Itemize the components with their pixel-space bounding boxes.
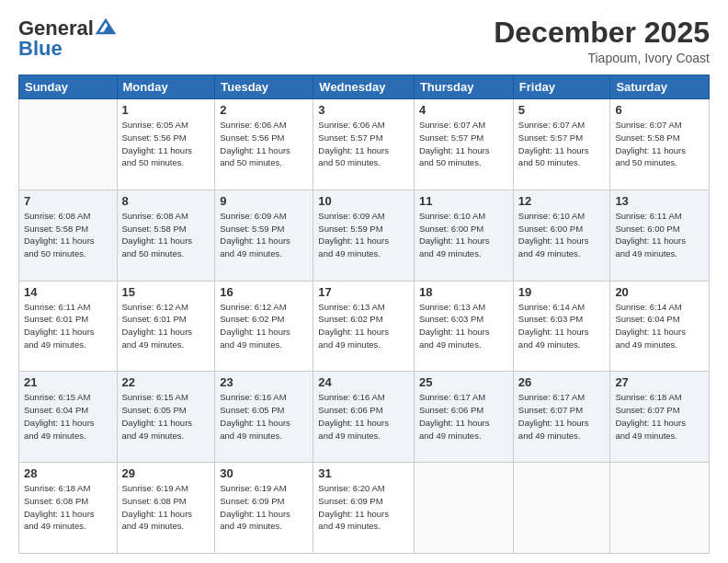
day-info: Sunrise: 6:15 AM Sunset: 6:05 PM Dayligh…	[122, 391, 210, 442]
table-row: 27Sunrise: 6:18 AM Sunset: 6:07 PM Dayli…	[610, 372, 710, 463]
day-number: 29	[122, 466, 210, 480]
day-number: 9	[220, 194, 308, 208]
col-thursday: Thursday	[414, 75, 513, 99]
table-row: 7Sunrise: 6:08 AM Sunset: 5:58 PM Daylig…	[19, 190, 118, 281]
day-number: 2	[220, 103, 308, 117]
table-row: 1Sunrise: 6:05 AM Sunset: 5:56 PM Daylig…	[117, 99, 215, 190]
day-number: 3	[318, 103, 409, 117]
day-info: Sunrise: 6:10 AM Sunset: 6:00 PM Dayligh…	[518, 210, 606, 260]
day-number: 23	[220, 375, 308, 389]
day-number: 21	[24, 375, 112, 389]
day-info: Sunrise: 6:16 AM Sunset: 6:06 PM Dayligh…	[318, 391, 409, 442]
month-title: December 2025	[494, 17, 710, 49]
day-number: 5	[518, 103, 606, 117]
day-info: Sunrise: 6:06 AM Sunset: 5:57 PM Dayligh…	[318, 119, 409, 169]
calendar-week-row: 21Sunrise: 6:15 AM Sunset: 6:04 PM Dayli…	[19, 372, 710, 463]
table-row: 20Sunrise: 6:14 AM Sunset: 6:04 PM Dayli…	[610, 281, 710, 372]
day-number: 4	[419, 103, 508, 117]
day-info: Sunrise: 6:15 AM Sunset: 6:04 PM Dayligh…	[24, 391, 112, 442]
day-number: 18	[419, 285, 508, 299]
day-info: Sunrise: 6:19 AM Sunset: 6:08 PM Dayligh…	[122, 482, 210, 533]
day-number: 7	[24, 194, 112, 208]
logo-blue: Blue	[18, 37, 63, 61]
table-row	[513, 463, 610, 554]
table-row	[610, 463, 710, 554]
day-info: Sunrise: 6:11 AM Sunset: 6:01 PM Dayligh…	[24, 301, 112, 351]
table-row: 8Sunrise: 6:08 AM Sunset: 5:58 PM Daylig…	[117, 190, 215, 281]
day-info: Sunrise: 6:07 AM Sunset: 5:57 PM Dayligh…	[518, 119, 606, 169]
day-info: Sunrise: 6:18 AM Sunset: 6:08 PM Dayligh…	[24, 482, 112, 533]
day-number: 19	[518, 285, 606, 299]
day-number: 17	[318, 285, 409, 299]
table-row: 21Sunrise: 6:15 AM Sunset: 6:04 PM Dayli…	[19, 372, 118, 463]
day-number: 11	[419, 194, 508, 208]
table-row: 13Sunrise: 6:11 AM Sunset: 6:00 PM Dayli…	[610, 190, 710, 281]
day-info: Sunrise: 6:06 AM Sunset: 5:56 PM Dayligh…	[220, 119, 308, 169]
calendar-header-row: Sunday Monday Tuesday Wednesday Thursday…	[19, 75, 710, 99]
day-info: Sunrise: 6:19 AM Sunset: 6:09 PM Dayligh…	[220, 482, 308, 533]
day-number: 8	[122, 194, 210, 208]
table-row: 26Sunrise: 6:17 AM Sunset: 6:07 PM Dayli…	[513, 372, 610, 463]
table-row: 23Sunrise: 6:16 AM Sunset: 6:05 PM Dayli…	[215, 372, 313, 463]
table-row: 3Sunrise: 6:06 AM Sunset: 5:57 PM Daylig…	[313, 99, 415, 190]
calendar-week-row: 14Sunrise: 6:11 AM Sunset: 6:01 PM Dayli…	[19, 281, 710, 372]
table-row: 25Sunrise: 6:17 AM Sunset: 6:06 PM Dayli…	[414, 372, 513, 463]
day-info: Sunrise: 6:14 AM Sunset: 6:04 PM Dayligh…	[615, 301, 704, 351]
day-info: Sunrise: 6:08 AM Sunset: 5:58 PM Dayligh…	[24, 210, 112, 260]
table-row: 22Sunrise: 6:15 AM Sunset: 6:05 PM Dayli…	[117, 372, 215, 463]
col-tuesday: Tuesday	[215, 75, 313, 99]
table-row: 30Sunrise: 6:19 AM Sunset: 6:09 PM Dayli…	[215, 463, 313, 554]
col-sunday: Sunday	[19, 75, 118, 99]
day-number: 6	[615, 103, 704, 117]
day-info: Sunrise: 6:16 AM Sunset: 6:05 PM Dayligh…	[220, 391, 308, 442]
day-number: 14	[24, 285, 112, 299]
table-row: 19Sunrise: 6:14 AM Sunset: 6:03 PM Dayli…	[513, 281, 610, 372]
day-info: Sunrise: 6:07 AM Sunset: 5:58 PM Dayligh…	[615, 119, 704, 169]
header: General Blue December 2025 Tiapoum, Ivor…	[18, 17, 710, 65]
day-number: 15	[122, 285, 210, 299]
day-number: 10	[318, 194, 409, 208]
col-monday: Monday	[117, 75, 215, 99]
day-info: Sunrise: 6:12 AM Sunset: 6:02 PM Dayligh…	[220, 301, 308, 351]
col-friday: Friday	[513, 75, 610, 99]
calendar-table: Sunday Monday Tuesday Wednesday Thursday…	[18, 75, 710, 554]
day-info: Sunrise: 6:11 AM Sunset: 6:00 PM Dayligh…	[615, 210, 704, 260]
col-saturday: Saturday	[610, 75, 710, 99]
table-row: 31Sunrise: 6:20 AM Sunset: 6:09 PM Dayli…	[313, 463, 415, 554]
day-number: 16	[220, 285, 308, 299]
day-info: Sunrise: 6:09 AM Sunset: 5:59 PM Dayligh…	[318, 210, 409, 260]
day-info: Sunrise: 6:13 AM Sunset: 6:03 PM Dayligh…	[419, 301, 508, 351]
table-row	[414, 463, 513, 554]
table-row: 18Sunrise: 6:13 AM Sunset: 6:03 PM Dayli…	[414, 281, 513, 372]
day-info: Sunrise: 6:18 AM Sunset: 6:07 PM Dayligh…	[615, 391, 704, 442]
day-info: Sunrise: 6:07 AM Sunset: 5:57 PM Dayligh…	[419, 119, 508, 169]
table-row: 16Sunrise: 6:12 AM Sunset: 6:02 PM Dayli…	[215, 281, 313, 372]
table-row: 12Sunrise: 6:10 AM Sunset: 6:00 PM Dayli…	[513, 190, 610, 281]
day-number: 27	[615, 375, 704, 389]
day-number: 31	[318, 466, 409, 480]
day-number: 12	[518, 194, 606, 208]
table-row: 5Sunrise: 6:07 AM Sunset: 5:57 PM Daylig…	[513, 99, 610, 190]
table-row: 11Sunrise: 6:10 AM Sunset: 6:00 PM Dayli…	[414, 190, 513, 281]
calendar-week-row: 1Sunrise: 6:05 AM Sunset: 5:56 PM Daylig…	[19, 99, 710, 190]
calendar-week-row: 28Sunrise: 6:18 AM Sunset: 6:08 PM Dayli…	[19, 463, 710, 554]
table-row: 24Sunrise: 6:16 AM Sunset: 6:06 PM Dayli…	[313, 372, 415, 463]
table-row: 10Sunrise: 6:09 AM Sunset: 5:59 PM Dayli…	[313, 190, 415, 281]
day-info: Sunrise: 6:14 AM Sunset: 6:03 PM Dayligh…	[518, 301, 606, 351]
table-row: 28Sunrise: 6:18 AM Sunset: 6:08 PM Dayli…	[19, 463, 118, 554]
day-info: Sunrise: 6:12 AM Sunset: 6:01 PM Dayligh…	[122, 301, 210, 351]
day-info: Sunrise: 6:10 AM Sunset: 6:00 PM Dayligh…	[419, 210, 508, 260]
day-number: 22	[122, 375, 210, 389]
day-number: 13	[615, 194, 704, 208]
page: General Blue December 2025 Tiapoum, Ivor…	[0, 0, 728, 563]
table-row: 15Sunrise: 6:12 AM Sunset: 6:01 PM Dayli…	[117, 281, 215, 372]
table-row: 2Sunrise: 6:06 AM Sunset: 5:56 PM Daylig…	[215, 99, 313, 190]
location: Tiapoum, Ivory Coast	[494, 51, 710, 65]
table-row	[19, 99, 118, 190]
col-wednesday: Wednesday	[313, 75, 415, 99]
day-number: 25	[419, 375, 508, 389]
table-row: 4Sunrise: 6:07 AM Sunset: 5:57 PM Daylig…	[414, 99, 513, 190]
table-row: 9Sunrise: 6:09 AM Sunset: 5:59 PM Daylig…	[215, 190, 313, 281]
table-row: 17Sunrise: 6:13 AM Sunset: 6:02 PM Dayli…	[313, 281, 415, 372]
day-info: Sunrise: 6:05 AM Sunset: 5:56 PM Dayligh…	[122, 119, 210, 169]
